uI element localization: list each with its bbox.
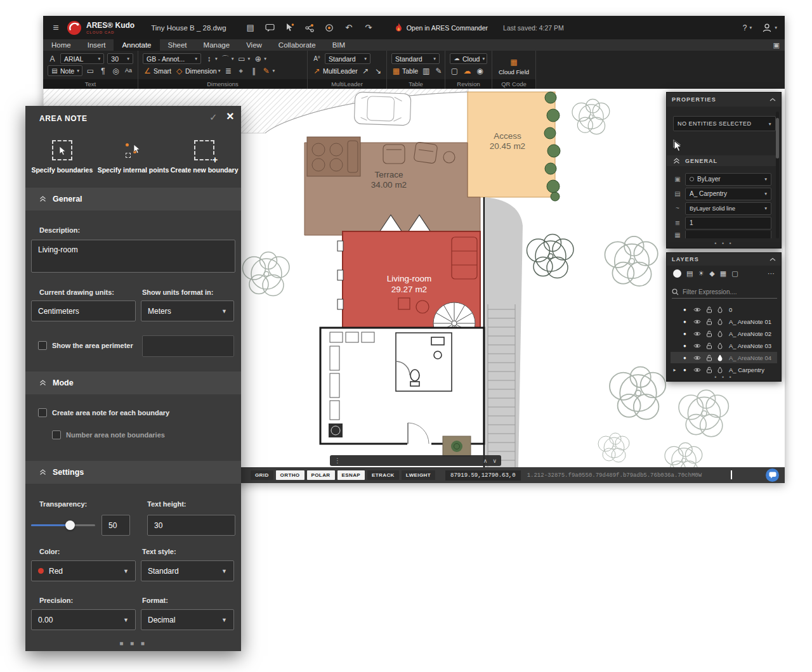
- smart-dimension-button[interactable]: ∠Smart: [143, 65, 171, 76]
- revision-mark-icon[interactable]: ◉: [475, 65, 485, 76]
- description-input[interactable]: Living-room: [31, 240, 235, 273]
- specify-boundaries-tool[interactable]: Specify boundaries: [27, 140, 98, 174]
- support-chat-button[interactable]: [766, 468, 779, 482]
- tab-manage[interactable]: Manage: [195, 39, 239, 51]
- layer-row[interactable]: ● A_ AreaNote 03: [671, 340, 777, 351]
- lineweight-property-input[interactable]: 1: [685, 217, 771, 229]
- selection-dropdown[interactable]: NO ENTITIES SELECTED▾: [673, 116, 776, 131]
- transparency-droplet-icon[interactable]: [715, 366, 725, 373]
- visibility-eye-ic on[interactable]: [691, 307, 703, 313]
- tab-view[interactable]: View: [238, 39, 270, 51]
- lock-icon[interactable]: [703, 318, 715, 325]
- more-options-icon[interactable]: ⋯: [768, 269, 775, 278]
- show-perimeter-checkbox[interactable]: [38, 341, 47, 350]
- layer-row[interactable]: ● 0: [671, 304, 777, 315]
- confirm-check-icon[interactable]: ✓: [209, 112, 218, 123]
- edit-dimension-button[interactable]: ✎▾: [261, 65, 275, 76]
- add-leader-icon[interactable]: ↗: [361, 65, 370, 76]
- visibility-eye-icon[interactable]: [691, 367, 703, 373]
- hamburger-menu-icon[interactable]: ≡: [51, 23, 61, 33]
- toggle-polar[interactable]: POLAR: [307, 470, 335, 480]
- center-mark-button[interactable]: ⊕▾: [253, 53, 266, 64]
- layer-status-icon[interactable]: ●: [679, 343, 691, 349]
- layer-row[interactable]: ● A_ AreaNote 01: [671, 316, 777, 327]
- visibility-eye-icon[interactable]: [691, 343, 703, 349]
- remove-leader-icon[interactable]: ↘: [374, 65, 383, 76]
- linear-dimension-button[interactable]: ↕▾: [204, 53, 218, 64]
- linetype-property-select[interactable]: ByLayer Solid line▾: [685, 202, 771, 215]
- each-boundary-checkbox[interactable]: [38, 408, 47, 417]
- number-boundaries-checkbox[interactable]: [52, 430, 61, 439]
- toggle-ortho[interactable]: ORTHO: [276, 470, 304, 480]
- layer-preview-icon[interactable]: ▦: [720, 269, 726, 278]
- layer-status-icon[interactable]: ●: [679, 355, 691, 361]
- expand-arrow-icon[interactable]: ▸: [671, 367, 679, 373]
- layer-filter-input[interactable]: Filter Expression....: [672, 286, 777, 299]
- color-select[interactable]: Red▼: [31, 560, 136, 581]
- lock-icon[interactable]: [703, 306, 715, 313]
- visibility-eye-icon[interactable]: [691, 331, 703, 337]
- visibility-eye-icon[interactable]: [691, 319, 703, 325]
- font-select[interactable]: ARIAL▾: [60, 53, 104, 64]
- revision-rect-icon[interactable]: ▢: [450, 65, 459, 76]
- note-button[interactable]: ▤Note▾: [48, 65, 82, 76]
- oblique-icon[interactable]: ∥: [249, 65, 258, 76]
- collapse-icon[interactable]: [769, 96, 776, 103]
- text-height-input[interactable]: 30: [147, 515, 235, 536]
- panels-icon[interactable]: ▤: [246, 23, 256, 33]
- lock-icon[interactable]: [703, 366, 715, 373]
- scrollbar-thumb[interactable]: [776, 118, 779, 158]
- options-command-icon[interactable]: ∨: [492, 458, 497, 464]
- stamp-icon[interactable]: [324, 23, 334, 33]
- transparency-droplet-icon[interactable]: [715, 354, 725, 361]
- dimension-style-select[interactable]: GB - Annot...▾: [143, 53, 201, 64]
- layer-status-icon[interactable]: ●: [679, 367, 691, 373]
- general-section-header[interactable]: General: [25, 188, 241, 210]
- layer-states-icon[interactable]: ▤: [686, 269, 693, 278]
- redo-icon[interactable]: ↷: [363, 23, 374, 33]
- ribbon-collapse-icon[interactable]: ▣: [773, 41, 780, 49]
- table-edit-icon[interactable]: ✎: [434, 65, 443, 76]
- create-new-boundary-tool[interactable]: + Create new boundary: [169, 140, 240, 174]
- properties-general-header[interactable]: GENERAL: [667, 155, 777, 166]
- panel-resize-dots[interactable]: • • •: [667, 240, 781, 247]
- tab-home[interactable]: Home: [43, 39, 79, 51]
- command-bar[interactable]: ⋮ ∧ ∨: [330, 455, 501, 466]
- layer-settings-icon[interactable]: ▢: [731, 269, 738, 278]
- dialog-resize-dots[interactable]: ■ ■ ■: [25, 640, 241, 647]
- tab-insert[interactable]: Insert: [79, 39, 114, 51]
- property-select[interactable]: [685, 231, 771, 238]
- layer-status-icon[interactable]: ●: [679, 331, 691, 337]
- revision-cloud-select[interactable]: ☁Cloud▾: [450, 53, 487, 64]
- text-case-icon[interactable]: Aa: [124, 65, 133, 76]
- text-style-select[interactable]: Standard▼: [141, 560, 234, 581]
- thaw-all-icon[interactable]: ☀: [698, 269, 704, 278]
- layers-header[interactable]: LAYERS: [667, 253, 781, 266]
- tab-collaborate[interactable]: Collaborate: [270, 39, 324, 51]
- collapse-icon[interactable]: [769, 256, 776, 262]
- lock-icon[interactable]: [703, 330, 715, 337]
- comments-icon[interactable]: [265, 23, 275, 33]
- tab-sheet[interactable]: Sheet: [160, 39, 195, 51]
- transparency-droplet-icon[interactable]: [715, 318, 725, 325]
- tab-annotate[interactable]: Annotate: [114, 39, 159, 51]
- mode-section-header[interactable]: Mode: [25, 372, 241, 394]
- tolerance-icon[interactable]: ⌖: [236, 65, 246, 76]
- isolate-layer-icon[interactable]: ◆: [709, 269, 714, 278]
- toggle-esnap[interactable]: ESNAP: [337, 470, 365, 480]
- undo-icon[interactable]: ↶: [344, 23, 354, 33]
- tab-bim[interactable]: BIM: [324, 39, 353, 51]
- multileader-button[interactable]: ↗MultiLeader: [312, 65, 358, 76]
- layer-row-selected[interactable]: ● A_ AreaNote 04: [671, 352, 777, 363]
- account-menu[interactable]: ▾: [762, 23, 777, 33]
- layer-row[interactable]: ● A_ AreaNote 02: [671, 328, 777, 339]
- drag-grip-icon[interactable]: ⋮: [334, 457, 341, 464]
- drawing-units-input[interactable]: Centimeters: [31, 300, 136, 321]
- select-entities-icon[interactable]: [673, 139, 681, 152]
- color-property-select[interactable]: ByLayer▾: [685, 173, 771, 186]
- revision-cloud-icon[interactable]: ☁: [462, 65, 472, 76]
- layer-property-select[interactable]: A_ Carpentry▾: [685, 188, 771, 200]
- smart-cursor-icon[interactable]: [285, 23, 295, 33]
- transparency-droplet-icon[interactable]: [715, 306, 725, 313]
- expand-command-icon[interactable]: ∧: [483, 458, 488, 464]
